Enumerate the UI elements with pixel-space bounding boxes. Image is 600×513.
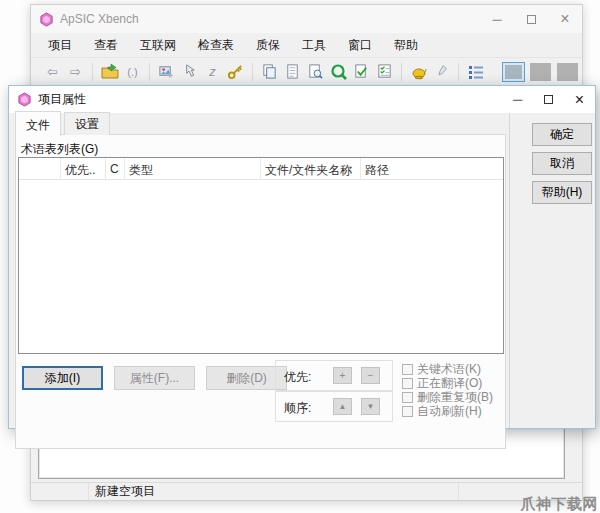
screen: ApSIC Xbench ─ × 项目 查看 互联网 检查表 质保 工具 窗口 … xyxy=(0,0,600,513)
xbench-app-icon xyxy=(39,12,54,27)
main-titlebar[interactable]: ApSIC Xbench ─ × xyxy=(31,5,582,33)
dialog-minimize-button[interactable]: ─ xyxy=(502,86,533,113)
toolbar-separator xyxy=(92,63,93,81)
menu-qa[interactable]: 质保 xyxy=(245,34,291,57)
checklist-icon[interactable] xyxy=(374,61,395,82)
status-cell-left xyxy=(31,483,89,500)
toolbar-separator xyxy=(458,63,459,81)
watermark: 爪神下载网 xyxy=(521,495,599,513)
menu-tools[interactable]: 工具 xyxy=(291,34,337,57)
layout-view-1-button[interactable] xyxy=(503,63,524,81)
column-header-path[interactable]: 路径 xyxy=(361,158,503,179)
menu-bar: 项目 查看 互联网 检查表 质保 工具 窗口 帮助 xyxy=(31,33,582,57)
forward-icon[interactable]: ⇨ xyxy=(65,61,86,82)
dialog-title: 项目属性 xyxy=(38,91,86,108)
add-button[interactable]: 添加(I) xyxy=(22,366,103,390)
order-down-button[interactable]: ▼ xyxy=(361,398,380,415)
options-checkboxes: 关键术语(K) 正在翻译(O) 删除重复项(B) 自动刷新(H) xyxy=(402,362,493,418)
dialog-maximize-button[interactable] xyxy=(533,86,564,113)
toolbar-separator xyxy=(252,63,253,81)
tab-settings[interactable]: 设置 xyxy=(64,112,110,135)
checkbox-icon xyxy=(402,364,413,375)
help-button[interactable]: 帮助(H) xyxy=(532,181,592,204)
layout-view-3-button[interactable] xyxy=(557,63,578,81)
checkbox-icon xyxy=(402,392,413,403)
order-up-button[interactable]: ▲ xyxy=(333,398,352,415)
glossary-list[interactable]: 优先.. C 类型 文件/文件夹名称 路径 xyxy=(18,157,504,354)
order-label: 顺序: xyxy=(284,400,311,417)
column-header-type[interactable]: 类型 xyxy=(125,158,261,179)
maximize-icon xyxy=(527,15,536,24)
select-tool-icon[interactable] xyxy=(179,61,200,82)
priority-label: 优先: xyxy=(284,369,311,386)
zigzag-icon[interactable]: z xyxy=(202,61,223,82)
preview-document-icon[interactable] xyxy=(305,61,326,82)
priority-decrease-button[interactable]: − xyxy=(361,367,380,384)
checkbox-auto-refresh[interactable]: 自动刷新(H) xyxy=(402,404,493,418)
dialog-body: 文件 设置 术语表列表(G) 优先.. C 类型 文件/文件夹名称 路径 添加(… xyxy=(9,113,595,428)
properties-button[interactable]: 属性(F)... xyxy=(114,366,195,390)
back-icon[interactable]: ⇦ xyxy=(42,61,63,82)
xbench-dialog-icon xyxy=(17,92,32,107)
image-export-icon[interactable] xyxy=(156,61,177,82)
menu-project[interactable]: 项目 xyxy=(37,34,83,57)
list-view-icon[interactable] xyxy=(465,61,486,82)
menu-checklist[interactable]: 检查表 xyxy=(187,34,245,57)
cancel-button[interactable]: 取消 xyxy=(532,152,592,175)
layout-view-2-button[interactable] xyxy=(530,63,551,81)
key-icon[interactable] xyxy=(225,61,246,82)
main-minimize-button[interactable]: ─ xyxy=(480,5,514,33)
project-properties-dialog: 项目属性 ─ × 文件 设置 术语表列表(G) 优先.. C 类 xyxy=(8,85,596,429)
order-group: 顺序: ▲ ▼ xyxy=(275,391,393,422)
glossary-list-label: 术语表列表(G) xyxy=(21,141,98,158)
column-header-c[interactable]: C xyxy=(106,158,125,179)
copy-icon[interactable] xyxy=(259,61,280,82)
main-close-button[interactable]: × xyxy=(548,5,582,33)
tab-bar: 文件 设置 xyxy=(15,113,113,135)
maximize-icon xyxy=(544,95,553,104)
document-icon[interactable] xyxy=(282,61,303,82)
checkbox-icon xyxy=(402,378,413,389)
glossary-list-header: 优先.. C 类型 文件/文件夹名称 路径 xyxy=(19,158,503,180)
priority-increase-button[interactable]: + xyxy=(333,367,352,384)
toolbar: ⇦ ⇨ (.) z xyxy=(31,57,582,85)
open-project-folder-icon[interactable] xyxy=(99,61,120,82)
checkbox-icon xyxy=(402,406,413,417)
lamp-icon[interactable] xyxy=(408,61,429,82)
column-header-priority[interactable]: 优先.. xyxy=(61,158,106,179)
main-window-title: ApSIC Xbench xyxy=(60,12,139,26)
tab-file[interactable]: 文件 xyxy=(15,111,61,136)
status-bar: 新建空项目 xyxy=(31,482,582,500)
dialog-titlebar[interactable]: 项目属性 ─ × xyxy=(9,86,595,113)
menu-help[interactable]: 帮助 xyxy=(383,34,429,57)
status-text: 新建空项目 xyxy=(89,483,458,500)
menu-view[interactable]: 查看 xyxy=(83,34,129,57)
brush-icon[interactable] xyxy=(431,61,452,82)
dialog-button-strip: 确定 取消 帮助(H) xyxy=(509,113,595,428)
column-header-filename[interactable]: 文件/文件夹名称 xyxy=(261,158,361,179)
ok-button[interactable]: 确定 xyxy=(532,123,592,146)
search-icon[interactable] xyxy=(328,61,349,82)
toolbar-separator xyxy=(149,63,150,81)
file-tab-page: 术语表列表(G) 优先.. C 类型 文件/文件夹名称 路径 添加(I) 属性(… xyxy=(15,134,506,449)
toolbar-separator xyxy=(401,63,402,81)
priority-group: 优先: + − xyxy=(275,360,393,391)
column-header-blank[interactable] xyxy=(19,158,61,179)
menu-internet[interactable]: 互联网 xyxy=(129,34,187,57)
main-maximize-button[interactable] xyxy=(514,5,548,33)
menu-window[interactable]: 窗口 xyxy=(337,34,383,57)
dialog-close-button[interactable]: × xyxy=(564,86,595,113)
qa-check-document-icon[interactable] xyxy=(351,61,372,82)
brackets-icon[interactable]: (.) xyxy=(122,61,143,82)
